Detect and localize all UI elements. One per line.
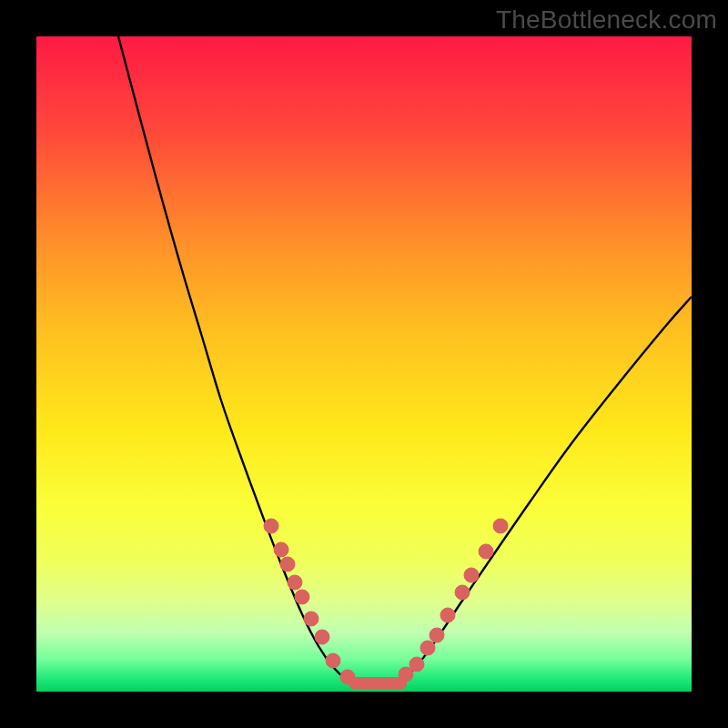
data-point-dot <box>493 519 508 533</box>
data-point-dot <box>479 544 493 559</box>
data-point-dot <box>340 670 355 684</box>
data-point-dot <box>295 590 309 604</box>
chart-frame: TheBottleneck.com <box>0 0 728 728</box>
right-dot-group <box>399 519 508 682</box>
data-point-dot <box>440 608 455 622</box>
data-point-dot <box>326 653 340 668</box>
left-curve <box>118 36 364 687</box>
plot-area <box>36 36 692 692</box>
left-dot-group <box>264 519 355 684</box>
data-point-dot <box>410 657 424 672</box>
data-point-dot <box>315 630 329 644</box>
brand-label: TheBottleneck.com <box>496 5 717 35</box>
data-point-dot <box>464 568 479 582</box>
data-point-dot <box>455 585 470 600</box>
data-point-dot <box>304 612 318 626</box>
chart-svg <box>36 36 692 692</box>
data-point-dot <box>274 542 288 557</box>
data-point-dot <box>288 575 302 590</box>
data-point-dot <box>420 641 435 655</box>
data-point-dot <box>430 628 444 642</box>
data-point-dot <box>264 519 278 533</box>
data-point-dot <box>280 557 295 571</box>
